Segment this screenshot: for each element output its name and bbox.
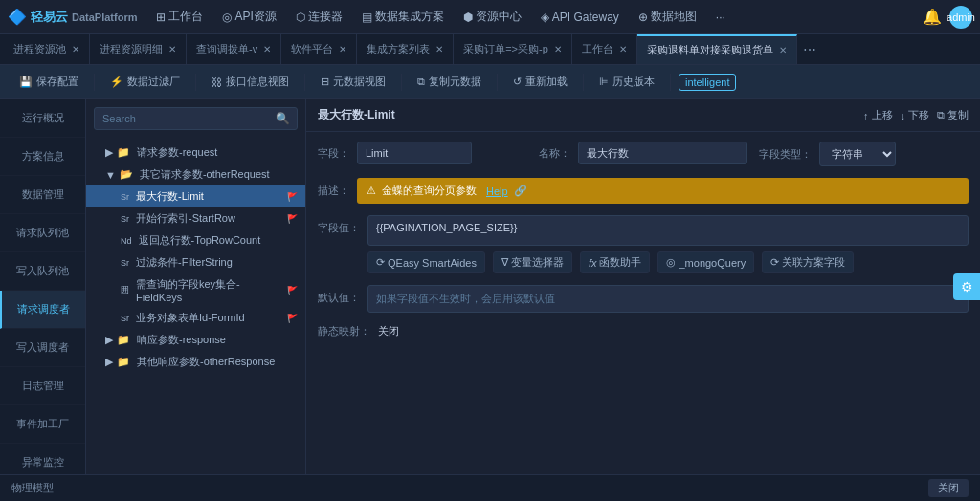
tree-node-fieldkeys[interactable]: 囲 需查询的字段key集合-FieldKeys 🚩 (86, 273, 305, 307)
copy-meta-button[interactable]: ⧉ 复制元数据 (410, 71, 489, 93)
tree-node-other-request[interactable]: ▼ 📂 其它请求参数-otherRequest (86, 163, 305, 185)
sidebar-item-request-scheduler[interactable]: 请求调度者 (0, 291, 85, 329)
data-map-icon: ⊕ (638, 11, 648, 24)
field-name-input[interactable] (578, 142, 748, 164)
nav-data-integration[interactable]: ▤ 数据集成方案 (354, 0, 452, 34)
data-filter-button[interactable]: ⚡ 数据过滤厂 (102, 71, 188, 93)
sidebar-item-anomaly-monitor[interactable]: 异常监控 (0, 444, 85, 474)
nav-data-map[interactable]: ⊕ 数据地图 (631, 0, 704, 34)
static-mapping-label: 静态映射： (318, 324, 370, 338)
chevron-right-icon: ▶ (105, 146, 113, 159)
sidebar-item-write-scheduler[interactable]: 写入调度者 (0, 329, 85, 367)
tree-node-limit[interactable]: Sr 最大行数-Limit 🚩 (86, 185, 305, 207)
tab-close-icon[interactable]: ✕ (339, 44, 346, 54)
sidebar-item-data-manage[interactable]: 数据管理 (0, 176, 85, 214)
tab-close-icon[interactable]: ✕ (779, 45, 787, 55)
static-mapping-row: 静态映射： 关闭 (318, 324, 969, 338)
tree-node-startrow[interactable]: Sr 开始行索引-StartRow 🚩 (86, 207, 305, 229)
tab-close-icon[interactable]: ✕ (263, 44, 271, 54)
sidebar-item-overview[interactable]: 运行概况 (0, 99, 85, 138)
nav-resource-center[interactable]: ⬢ 资源中心 (456, 0, 529, 34)
tab-purchase-order[interactable]: 采购订单=>采购-p ✕ (454, 34, 572, 65)
toolbar-separator-5 (497, 74, 498, 91)
value-input[interactable]: {{PAGINATION_PAGE_SIZE}} (368, 215, 969, 246)
tree-node-toprowcount[interactable]: Nd 返回总行数-TopRowCount (86, 229, 305, 251)
search-icon: 🔍 (276, 112, 290, 125)
reload-icon: ↺ (513, 76, 522, 88)
settings-button[interactable]: ⚙ (953, 273, 980, 300)
notification-bell[interactable]: 🔔 (923, 8, 942, 26)
tree-node-response[interactable]: ▶ 📁 响应参数-response (86, 329, 305, 351)
search-input[interactable] (94, 107, 298, 130)
tree-node-other-response[interactable]: ▶ 📁 其他响应参数-otherResponse (86, 351, 305, 373)
field-id-input[interactable] (357, 142, 472, 164)
tab-close-icon[interactable]: ✕ (435, 44, 443, 54)
variable-selector-button[interactable]: ∇ 变量选择器 (493, 251, 572, 273)
copy-field-button[interactable]: ⧉ 复制 (937, 108, 969, 122)
sidebar-item-solution-info[interactable]: 方案信息 (0, 138, 85, 176)
related-field-button[interactable]: ⟳ 关联方案字段 (762, 251, 854, 273)
move-down-button[interactable]: ↓ 下移 (901, 108, 930, 122)
tree-node-filterstring[interactable]: Sr 过滤条件-FilterString (86, 251, 305, 273)
tab-process-detail[interactable]: 进程资源明细 ✕ (90, 34, 187, 65)
down-icon: ↓ (901, 110, 906, 121)
resource-center-icon: ⬢ (463, 11, 473, 24)
tab-workbench[interactable]: 工作台 ✕ (572, 34, 637, 65)
function-helper-button[interactable]: fx 函数助手 (580, 251, 651, 273)
interface-view-button[interactable]: ⛓ 接口信息视图 (204, 71, 297, 93)
tab-integration-list[interactable]: 集成方案列表 ✕ (357, 34, 454, 65)
tree-node-request-params[interactable]: ▶ 📁 请求参数-request (86, 142, 305, 163)
move-up-button[interactable]: ↑ 上移 (863, 108, 893, 122)
reload-button[interactable]: ↺ 重新加载 (505, 71, 575, 93)
tab-overflow[interactable]: ⋯ (797, 42, 822, 57)
avatar[interactable]: admin (949, 6, 972, 29)
tab-purchase-return[interactable]: 采购退料单对接采购退货单 ✕ (637, 34, 797, 65)
tab-process-pool[interactable]: 进程资源池 ✕ (4, 34, 90, 65)
sidebar-item-event-factory[interactable]: 事件加工厂 (0, 405, 85, 444)
sidebar-item-write-queue[interactable]: 写入队列池 (0, 252, 85, 291)
nav-more[interactable]: ··· (708, 0, 733, 34)
mongo-query-button[interactable]: ◎ _mongoQuery (657, 251, 754, 273)
logo-icon: 🔷 (8, 8, 27, 26)
tab-query-allot[interactable]: 查询调拨单-v ✕ (187, 34, 281, 65)
nav-connector[interactable]: ⬡ 连接器 (288, 0, 350, 34)
num-type-badge: Nd (121, 236, 132, 246)
nav-api-gateway[interactable]: ◈ API Gateway (533, 0, 627, 34)
tab-close-icon[interactable]: ✕ (554, 44, 562, 54)
main-layout: 运行概况 方案信息 数据管理 请求队列池 写入队列池 请求调度者 写入调度者 日… (0, 99, 980, 474)
meta-view-button[interactable]: ⊟ 元数据视图 (313, 71, 393, 93)
str-type-badge-3: Sr (121, 258, 129, 268)
static-mapping-value: 关闭 (378, 324, 399, 338)
field-type-select[interactable]: 字符串 数字 布尔 (819, 142, 896, 166)
tab-close-icon[interactable]: ✕ (168, 44, 176, 54)
detail-body: 字段： 名称： 字段类型： 字符串 数字 布尔 (306, 132, 980, 474)
copy-icon: ⧉ (417, 76, 425, 88)
toolbar-separator-7 (670, 74, 671, 91)
tab-close-icon[interactable]: ✕ (619, 44, 627, 54)
chevron-right-icon-2: ▶ (105, 334, 113, 346)
help-link[interactable]: Help (486, 185, 508, 197)
nav-workbench[interactable]: ⊞ 工作台 (148, 0, 211, 34)
bottom-close-button[interactable]: 关闭 (928, 479, 969, 497)
tab-software-platform[interactable]: 软件平台 ✕ (281, 34, 357, 65)
nav-api[interactable]: ◎ API资源 (214, 0, 283, 34)
desc-text: 金蝶的查询分页参数 (382, 184, 477, 198)
toolbar-separator-2 (195, 74, 196, 91)
folder-icon-2: 📁 (117, 334, 130, 346)
default-input[interactable]: 如果字段值不生效时，会启用该默认值 (368, 285, 969, 313)
sidebar-item-request-queue[interactable]: 请求队列池 (0, 214, 85, 252)
flag-badge-2: 🚩 (287, 214, 298, 224)
history-button[interactable]: ⊫ 历史版本 (591, 71, 662, 93)
tab-close-icon[interactable]: ✕ (72, 44, 79, 54)
field-id-group: 字段： (318, 142, 527, 164)
smart-aides-button[interactable]: ⟳ QEasy SmartAides (368, 251, 485, 273)
intelligent-tag[interactable]: intelligent (679, 74, 736, 91)
smart-aides-icon: ⟳ (376, 256, 385, 269)
detail-actions: ↑ 上移 ↓ 下移 ⧉ 复制 (863, 108, 969, 122)
more-icon: ··· (716, 11, 725, 24)
data-integration-icon: ▤ (362, 11, 372, 24)
sidebar-item-log-manage[interactable]: 日志管理 (0, 367, 85, 405)
save-config-button[interactable]: 💾 保存配置 (11, 71, 86, 93)
tree-node-formid[interactable]: Sr 业务对象表单Id-FormId 🚩 (86, 307, 305, 329)
field-info-row: 字段： 名称： 字段类型： 字符串 数字 布尔 (318, 142, 969, 166)
